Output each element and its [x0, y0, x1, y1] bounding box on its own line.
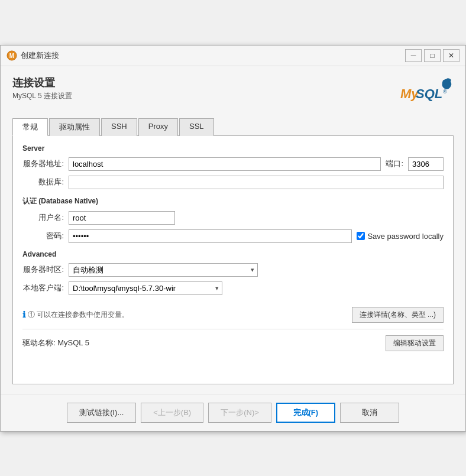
host-input[interactable]	[69, 157, 381, 171]
logo-area: My SQL ®	[400, 76, 454, 105]
main-panel: Server 服务器地址: 端口: 数据库: 认证 (Database Nati…	[12, 136, 454, 384]
cancel-button[interactable]: 取消	[340, 403, 399, 423]
main-window: M 创建新连接 ─ □ ✕ 连接设置 MySQL 5 连接设置	[0, 45, 466, 432]
port-label: 端口:	[386, 158, 403, 169]
info-text: ℹ ① 可以在连接参数中使用变量。	[22, 310, 129, 320]
client-label: 本地客户端:	[22, 283, 64, 293]
edit-driver-button[interactable]: 编辑驱动设置	[386, 335, 444, 351]
server-section-label: Server	[22, 144, 444, 153]
user-row: 用户名:	[22, 211, 444, 225]
port-input[interactable]	[408, 157, 444, 171]
db-input[interactable]	[69, 176, 444, 189]
detail-button[interactable]: 连接详情(名称、类型 ...)	[352, 307, 444, 323]
maximize-button[interactable]: □	[424, 49, 441, 62]
tab-driver[interactable]: 驱动属性	[49, 118, 100, 136]
timezone-row: 服务器时区: 自动检测 UTC Asia/Shanghai	[22, 263, 444, 277]
tab-proxy[interactable]: Proxy	[138, 118, 178, 136]
save-password-checkbox[interactable]	[357, 232, 365, 240]
minimize-button[interactable]: ─	[405, 49, 422, 62]
back-button[interactable]: <上一步(B)	[141, 403, 203, 423]
user-input[interactable]	[69, 211, 175, 225]
footer: 测试链接(I)... <上一步(B) 下一步(N)> 完成(F) 取消	[1, 394, 465, 431]
next-button[interactable]: 下一步(N)>	[208, 403, 271, 423]
driver-row: 驱动名称: MySQL 5 编辑驱动设置	[22, 329, 444, 351]
tab-bar: 常规 驱动属性 SSH Proxy SSL	[12, 118, 454, 136]
tab-ssh[interactable]: SSH	[101, 118, 137, 136]
finish-button[interactable]: 完成(F)	[276, 403, 335, 423]
header-row: 连接设置 MySQL 5 连接设置 My SQL ®	[12, 76, 454, 109]
window-title: 创建新连接	[21, 50, 59, 61]
info-row: ℹ ① 可以在连接参数中使用变量。 连接详情(名称、类型 ...)	[22, 307, 444, 323]
svg-text:SQL: SQL	[416, 86, 442, 101]
app-icon: M	[7, 50, 17, 61]
timezone-select[interactable]: 自动检测 UTC Asia/Shanghai	[69, 263, 258, 277]
host-row: 服务器地址: 端口:	[22, 157, 444, 171]
tab-normal[interactable]: 常规	[12, 118, 48, 136]
save-password-row: Save password locally	[357, 232, 444, 241]
mysql-logo: My SQL ®	[400, 76, 454, 105]
client-select-wrapper: D:\tool\mysql\mysql-5.7.30-wir	[69, 281, 222, 295]
password-label: 密码:	[22, 231, 64, 241]
db-label: 数据库:	[22, 177, 64, 187]
timezone-label: 服务器时区:	[22, 264, 64, 275]
password-row: 密码: Save password locally	[22, 229, 444, 243]
page-subtitle: MySQL 5 连接设置	[12, 91, 72, 101]
password-input[interactable]	[69, 229, 352, 243]
svg-text:®: ®	[443, 89, 447, 95]
svg-text:M: M	[9, 53, 14, 59]
content-area: 连接设置 MySQL 5 连接设置 My SQL ®	[1, 66, 465, 394]
user-label: 用户名:	[22, 212, 64, 223]
header-text: 连接设置 MySQL 5 连接设置	[12, 76, 72, 109]
host-label: 服务器地址:	[22, 158, 64, 169]
save-password-label: Save password locally	[367, 232, 444, 241]
info-icon: ℹ	[22, 310, 25, 319]
info-message: ① 可以在连接参数中使用变量。	[28, 310, 129, 320]
close-button[interactable]: ✕	[443, 49, 459, 62]
tab-ssl[interactable]: SSL	[179, 118, 214, 136]
db-row: 数据库:	[22, 176, 444, 189]
driver-label: 驱动名称: MySQL 5	[22, 338, 89, 348]
test-button[interactable]: 测试链接(I)...	[67, 403, 136, 423]
titlebar-left: M 创建新连接	[7, 50, 59, 61]
timezone-select-wrapper: 自动检测 UTC Asia/Shanghai	[69, 263, 258, 277]
titlebar: M 创建新连接 ─ □ ✕	[1, 46, 465, 66]
advanced-section-label: Advanced	[22, 250, 444, 258]
titlebar-controls: ─ □ ✕	[405, 49, 459, 62]
client-row: 本地客户端: D:\tool\mysql\mysql-5.7.30-wir	[22, 281, 444, 295]
auth-section-label: 认证 (Database Native)	[22, 196, 444, 206]
client-select[interactable]: D:\tool\mysql\mysql-5.7.30-wir	[69, 281, 222, 295]
page-title: 连接设置	[12, 76, 72, 90]
